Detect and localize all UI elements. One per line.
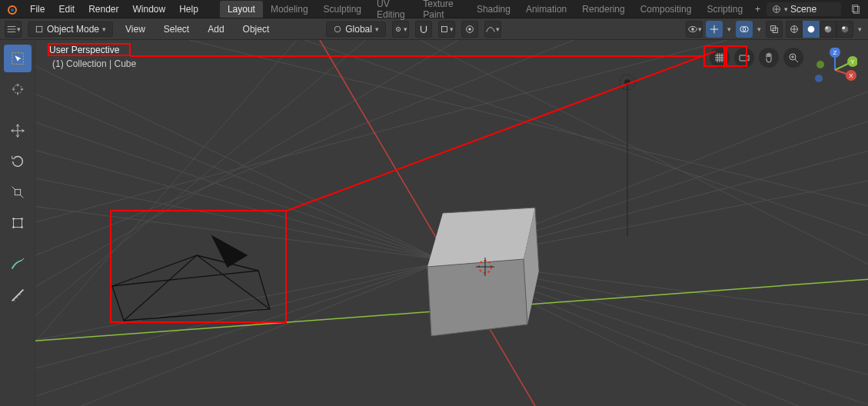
pivot-button[interactable]: ▾	[392, 21, 409, 38]
transform-icon	[9, 215, 26, 231]
pan-view-button[interactable]	[759, 48, 779, 68]
pivot-icon	[393, 24, 404, 35]
tab-animation[interactable]: Animation	[518, 1, 574, 18]
menu-edit[interactable]: Edit	[52, 2, 81, 17]
svg-rect-27	[13, 219, 22, 228]
svg-point-23	[843, 26, 846, 29]
tool-cursor[interactable]	[4, 75, 32, 103]
tool-measure[interactable]	[4, 281, 32, 309]
scene-browse-icon[interactable]: ▾	[784, 5, 788, 13]
xray-toggle-button[interactable]	[766, 21, 783, 38]
tool-scale[interactable]	[4, 178, 32, 206]
tab-modeling[interactable]: Modeling	[263, 1, 316, 18]
tab-sculpting[interactable]: Sculpting	[316, 1, 369, 18]
svg-point-22	[842, 25, 849, 32]
shading-rendered-button[interactable]	[836, 21, 853, 38]
shading-solid-button[interactable]	[803, 21, 820, 38]
proportional-icon	[464, 24, 475, 35]
collection-label: (1) Collection | Cube	[49, 58, 136, 69]
menu-file[interactable]: File	[24, 2, 51, 17]
svg-point-13	[691, 28, 694, 31]
gizmo-toggle-button[interactable]	[706, 21, 723, 38]
viewport-nav-gizmos: Z X Y	[710, 48, 857, 92]
tab-uv-editing[interactable]: UV Editing	[369, 0, 415, 23]
svg-marker-67	[212, 236, 247, 267]
toggle-quad-view-button[interactable]	[710, 48, 730, 68]
zoom-view-button[interactable]	[783, 48, 803, 68]
menu-help[interactable]: Help	[173, 2, 205, 17]
svg-point-31	[21, 226, 23, 228]
svg-point-83	[815, 75, 823, 82]
svg-line-38	[35, 40, 727, 232]
chevron-down-icon[interactable]: ▾	[756, 25, 763, 33]
menu-render[interactable]: Render	[82, 2, 125, 17]
new-scene-button[interactable]	[847, 1, 863, 18]
tool-select-box[interactable]	[4, 45, 32, 72]
cursor-icon	[9, 81, 26, 98]
camera-object[interactable]	[112, 236, 270, 321]
tab-shading[interactable]: Shading	[469, 1, 518, 18]
toggle-camera-view-button[interactable]	[734, 48, 754, 68]
menu-view[interactable]: View	[119, 22, 151, 37]
rotate-icon	[9, 153, 26, 170]
axis-navigation-gizmo[interactable]: Z X Y	[813, 48, 857, 92]
light-object[interactable]	[620, 75, 635, 236]
menu-object[interactable]: Object	[237, 22, 276, 37]
tool-move[interactable]	[4, 117, 32, 145]
layers-icon	[850, 4, 861, 15]
shading-material-button[interactable]	[820, 21, 836, 38]
chevron-down-icon[interactable]: ▾	[856, 25, 863, 33]
menu-select[interactable]: Select	[158, 22, 195, 37]
shading-wireframe-button[interactable]	[786, 21, 803, 38]
orientation-dropdown[interactable]: Global ▾	[326, 22, 386, 37]
scene-name-input[interactable]	[790, 4, 836, 15]
orientation-label: Global	[345, 24, 372, 35]
orientation-icon	[333, 25, 342, 34]
editor-type-button[interactable]: ▾	[5, 21, 22, 38]
tab-texture-paint[interactable]: Texture Paint	[415, 0, 469, 23]
mode-label: Object Mode	[47, 24, 99, 35]
overlay-toggle-button[interactable]	[736, 21, 753, 38]
snap-options-button[interactable]: ▾	[438, 21, 455, 38]
eye-icon	[687, 24, 698, 35]
visibility-button[interactable]: ▾	[686, 21, 703, 38]
snap-button[interactable]	[415, 21, 432, 38]
tool-annotate[interactable]	[4, 251, 32, 278]
cube-object[interactable]	[427, 208, 539, 336]
svg-point-20	[825, 25, 832, 32]
tool-rotate[interactable]	[4, 148, 32, 175]
main-area: User Perspective (1) Collection | Cube	[0, 40, 868, 406]
chevron-down-icon: ▾	[375, 25, 379, 33]
grid-icon	[713, 52, 726, 64]
camera-icon	[738, 52, 750, 64]
tab-layout[interactable]: Layout	[220, 1, 263, 18]
tab-compositing[interactable]: Compositing	[633, 1, 700, 18]
proportional-button[interactable]	[461, 21, 478, 38]
select-box-icon	[9, 50, 26, 67]
tab-scripting[interactable]: Scripting	[699, 1, 750, 18]
chevron-down-icon[interactable]: ▾	[726, 25, 733, 33]
svg-text:X: X	[849, 72, 853, 79]
3d-viewport[interactable]: User Perspective (1) Collection | Cube	[35, 40, 868, 406]
svg-point-82	[816, 61, 824, 68]
tool-transform[interactable]	[4, 209, 32, 237]
proportional-falloff-button[interactable]: ▾	[484, 21, 501, 38]
menu-window[interactable]: Window	[127, 2, 172, 17]
wireframe-icon	[789, 24, 800, 35]
menu-add[interactable]: Add	[201, 22, 230, 37]
viewport-header: ▾ Object Mode ▾ View Select Add Object G…	[0, 18, 868, 40]
svg-point-21	[826, 26, 829, 29]
scene-selector[interactable]: ▾	[767, 2, 841, 16]
scene-icon	[771, 4, 782, 15]
tab-rendering[interactable]: Rendering	[574, 1, 632, 18]
svg-marker-51	[427, 208, 535, 267]
svg-point-30	[12, 226, 15, 228]
mode-dropdown[interactable]: Object Mode ▾	[28, 22, 113, 37]
overlay-icon	[739, 24, 750, 35]
svg-rect-71	[740, 55, 747, 61]
viewport-scene	[35, 40, 868, 406]
blender-logo-icon	[5, 2, 18, 16]
annotate-icon	[9, 256, 26, 273]
chevron-down-icon: ▾	[17, 25, 21, 33]
add-workspace-button[interactable]: +	[750, 4, 765, 15]
